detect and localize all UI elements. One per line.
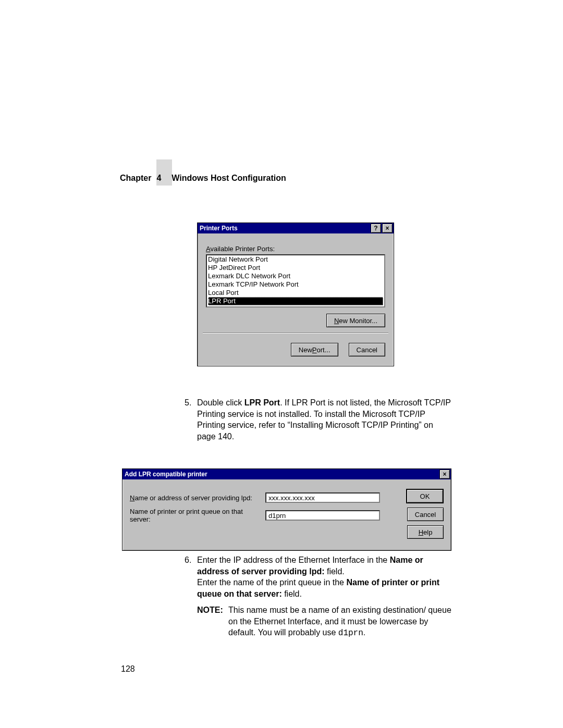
printer-queue-label: Name of printer or print queue on that s… <box>130 507 265 524</box>
close-button[interactable]: × <box>439 470 450 479</box>
printer-ports-dialog: Printer Ports ? × Available Printer Port… <box>197 223 394 366</box>
add-lpr-printer-dialog: Add LPR compatible printer × Name or add… <box>122 468 451 551</box>
chapter-title: Windows Host Configuration <box>172 174 286 183</box>
help-button[interactable]: Help <box>407 525 444 539</box>
new-port-button[interactable]: New Port... <box>291 343 338 356</box>
step-5-text: 5. Double click LPR Port. If LPR Port is… <box>197 397 452 442</box>
available-ports-label: Available Printer Ports: <box>206 245 385 253</box>
note-text: NOTE: This name must be a name of an exi… <box>228 604 458 639</box>
close-button[interactable]: × <box>382 224 393 233</box>
server-address-input[interactable]: xxx.xxx.xxx.xxx <box>265 492 380 503</box>
dialog-titlebar: Add LPR compatible printer × <box>123 469 451 479</box>
list-item[interactable]: Digital Network Port <box>208 255 383 264</box>
step-number: 6. <box>185 554 191 566</box>
list-item[interactable]: Lexmark DLC Network Port <box>208 272 383 280</box>
new-monitor-button[interactable]: New Monitor... <box>326 314 385 327</box>
chapter-number: 4 <box>156 174 161 183</box>
ok-button[interactable]: OK <box>406 489 444 503</box>
list-item[interactable]: HP JetDirect Port <box>208 264 383 272</box>
cancel-button[interactable]: Cancel <box>407 508 444 521</box>
dialog-title: Add LPR compatible printer <box>125 471 207 478</box>
printer-queue-input[interactable]: d1prn <box>265 510 380 521</box>
step-number: 5. <box>185 397 191 409</box>
list-item-selected[interactable]: LPR Port <box>208 297 383 305</box>
chapter-header: Chapter 4 Windows Host Configuration <box>120 174 286 183</box>
help-button[interactable]: ? <box>371 224 381 233</box>
server-address-label: Name or address of server providing lpd: <box>130 489 265 507</box>
ports-listbox[interactable]: Digital Network Port HP JetDirect Port L… <box>206 254 385 307</box>
step-6-text: 6. Enter the IP address of the Ethernet … <box>197 554 452 599</box>
list-item[interactable]: Lexmark TCP/IP Network Port <box>208 280 383 289</box>
note-label: NOTE: <box>197 604 223 616</box>
dialog-title: Printer Ports <box>200 225 238 232</box>
page-number: 128 <box>121 664 135 674</box>
list-item[interactable]: Local Port <box>208 289 383 297</box>
chapter-word: Chapter <box>120 174 151 183</box>
cancel-button[interactable]: Cancel <box>349 343 385 356</box>
dialog-titlebar: Printer Ports ? × <box>198 223 394 233</box>
divider <box>203 332 388 334</box>
